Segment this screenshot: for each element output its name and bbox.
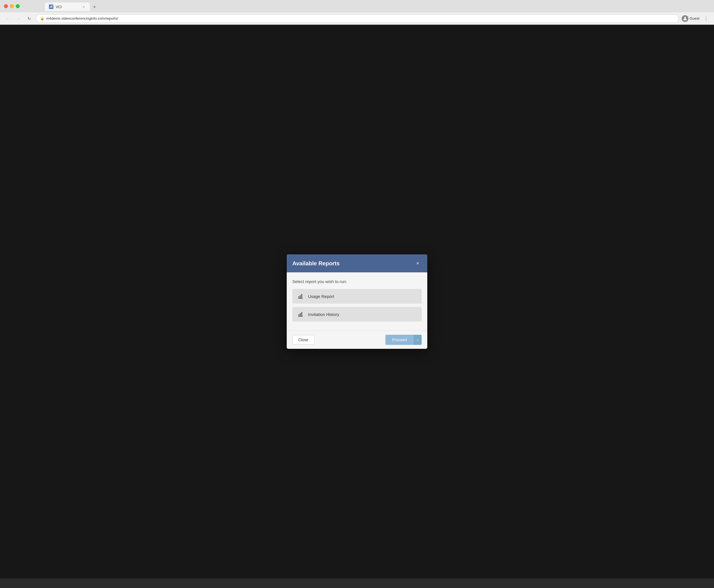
page-content: Available Reports × Select report you wi… (0, 25, 714, 579)
svg-rect-8 (298, 314, 299, 316)
modal-title: Available Reports (292, 260, 340, 267)
address-bar[interactable]: 🔒 m4demo.videoconferencinginfo.com/repor… (36, 14, 679, 23)
svg-rect-5 (300, 295, 301, 298)
traffic-lights (4, 4, 20, 8)
modal-overlay: Available Reports × Select report you wi… (0, 25, 714, 579)
minimize-window-button[interactable] (10, 4, 14, 8)
title-bar: VCI × + (0, 0, 714, 13)
usage-report-icon (297, 292, 305, 300)
browser-tab[interactable]: VCI × (45, 2, 90, 11)
svg-rect-1 (51, 6, 51, 7)
svg-rect-2 (52, 5, 52, 7)
new-tab-button[interactable]: + (90, 3, 98, 11)
svg-rect-9 (300, 313, 301, 316)
reload-button[interactable]: ↻ (25, 15, 33, 22)
svg-rect-10 (301, 312, 302, 316)
invitation-history-option[interactable]: Invitation History (292, 307, 422, 321)
svg-rect-6 (301, 294, 302, 298)
address-text: m4demo.videoconferencinginfo.com/reports… (46, 16, 118, 21)
tab-bar: VCI × + (22, 1, 121, 11)
svg-rect-0 (50, 6, 50, 7)
svg-point-3 (684, 17, 686, 19)
proceed-arrow-icon: › (414, 335, 422, 345)
user-label: Guest (690, 16, 699, 21)
back-button[interactable]: ← (4, 15, 12, 22)
tab-close-button[interactable]: × (82, 4, 86, 9)
available-reports-modal: Available Reports × Select report you wi… (287, 254, 427, 349)
maximize-window-button[interactable] (16, 4, 20, 8)
modal-footer: Close Proceed › (287, 331, 427, 349)
proceed-button-label: Proceed (385, 335, 414, 345)
user-area[interactable]: Guest (682, 15, 699, 22)
proceed-button[interactable]: Proceed › (385, 335, 422, 345)
browser-chrome: VCI × + ← → ↻ 🔒 m4demo.videoconferencing… (0, 0, 714, 25)
lock-icon: 🔒 (40, 17, 44, 21)
browser-menu-button[interactable]: ⋮ (702, 15, 710, 22)
address-bar-row: ← → ↻ 🔒 m4demo.videoconferencinginfo.com… (0, 13, 714, 25)
invitation-history-label: Invitation History (308, 312, 339, 317)
usage-report-label: Usage Report (308, 294, 334, 299)
forward-button[interactable]: → (15, 15, 22, 22)
tab-title: VCI (56, 5, 62, 9)
user-avatar-icon (682, 15, 688, 22)
usage-report-option[interactable]: Usage Report (292, 289, 422, 303)
modal-body: Select report you wish to run: Usage Rep… (287, 272, 427, 331)
modal-instruction: Select report you wish to run: (292, 279, 422, 284)
close-button[interactable]: Close (292, 335, 314, 344)
close-window-button[interactable] (4, 4, 8, 8)
modal-close-x-button[interactable]: × (414, 259, 422, 267)
modal-header: Available Reports × (287, 254, 427, 272)
tab-favicon-icon (49, 4, 54, 9)
svg-rect-4 (298, 296, 299, 298)
invitation-history-icon (297, 310, 305, 318)
